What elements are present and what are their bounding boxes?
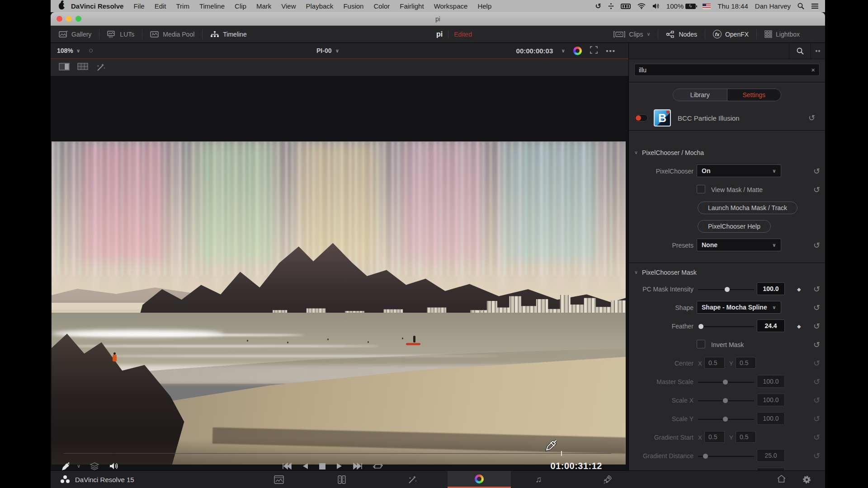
minimize-window-button[interactable]: [66, 16, 72, 22]
menubar-item-app[interactable]: DaVinci Resolve: [71, 2, 123, 10]
menubar-item-fairlight[interactable]: Fairlight: [400, 2, 424, 10]
spotlight-search-icon[interactable]: [797, 3, 804, 9]
reset-icon[interactable]: ↺: [813, 341, 820, 349]
reset-icon[interactable]: ↺: [813, 359, 820, 367]
reset-icon[interactable]: ↺: [813, 378, 820, 386]
reset-icon[interactable]: ↺: [813, 167, 820, 175]
clear-search-icon[interactable]: ×: [811, 66, 815, 74]
chevron-down-icon[interactable]: ∨: [77, 463, 80, 469]
reset-icon[interactable]: ↺: [813, 396, 820, 404]
gradient-distance-value[interactable]: 25.0: [757, 449, 785, 462]
audio-mute-icon[interactable]: [109, 462, 118, 470]
time-machine-icon[interactable]: ↺: [595, 2, 601, 10]
reset-icon[interactable]: ↺: [813, 304, 820, 312]
chevron-down-icon[interactable]: ∨: [335, 48, 339, 54]
page-color[interactable]: [448, 471, 511, 488]
loop-button[interactable]: [373, 463, 383, 470]
battery-indicator[interactable]: 100% ϟ: [666, 2, 696, 10]
page-media[interactable]: [264, 471, 293, 488]
master-scale-value[interactable]: 100.0: [757, 375, 785, 388]
page-fusion[interactable]: [397, 471, 426, 488]
settings-gear-icon[interactable]: [803, 476, 811, 483]
menubar-item-playback[interactable]: Playback: [306, 2, 334, 10]
lightbox-button[interactable]: Lightbox: [764, 30, 800, 38]
stop-button[interactable]: [319, 463, 326, 469]
layers-icon[interactable]: [90, 462, 99, 470]
center-y-value[interactable]: 0.5: [736, 357, 756, 369]
menubar-clock[interactable]: Thu 18:44: [717, 2, 748, 10]
split-compare-icon[interactable]: [59, 62, 70, 73]
gradient-start-y-value[interactable]: 0.5: [736, 431, 756, 443]
fx-search-field[interactable]: ×: [634, 64, 820, 76]
viewer-canvas[interactable]: ∨ 01:00:31:12: [51, 77, 628, 470]
master-scale-slider[interactable]: [698, 382, 754, 383]
fx-search-input[interactable]: [639, 66, 811, 74]
launch-mocha-button[interactable]: Launch Mocha Mask / Track: [698, 202, 797, 214]
color-wheel-icon[interactable]: [573, 47, 582, 55]
keyframe-icon[interactable]: ◆: [797, 323, 801, 329]
clip-name[interactable]: PI-00: [316, 47, 331, 54]
media-pool-button[interactable]: Media Pool: [150, 31, 194, 38]
menubar-item-mark[interactable]: Mark: [256, 2, 271, 10]
keyboard-status-icon[interactable]: [621, 4, 631, 9]
timeline-button[interactable]: Timeline: [210, 31, 246, 38]
keyframe-icon[interactable]: ◆: [797, 286, 801, 292]
nodes-button[interactable]: Nodes: [666, 31, 697, 38]
gradient-distance-slider[interactable]: [698, 456, 754, 457]
view-mask-checkbox[interactable]: [697, 185, 705, 193]
grid-view-icon[interactable]: [77, 63, 89, 72]
input-language-flag-icon[interactable]: [703, 4, 711, 9]
menubar-item-workspace[interactable]: Workspace: [434, 2, 468, 10]
menubar-item-clip[interactable]: Clip: [235, 2, 246, 10]
tab-library[interactable]: Library: [673, 89, 727, 101]
gallery-button[interactable]: Gallery: [59, 31, 91, 38]
presets-dropdown[interactable]: None ∨: [697, 239, 781, 251]
reset-icon[interactable]: ↺: [813, 186, 820, 194]
shape-dropdown[interactable]: Shape - Mocha Spline ∨: [697, 301, 781, 314]
intensity-value[interactable]: 100.0: [757, 282, 785, 295]
luts-button[interactable]: LUTs: [107, 31, 134, 38]
section-pixelchooser-mask[interactable]: ∨ PixelChooser Mask: [634, 268, 825, 276]
play-reverse-button[interactable]: [302, 463, 308, 469]
menubar-item-timeline[interactable]: Timeline: [199, 2, 225, 10]
menubar-item-trim[interactable]: Trim: [176, 2, 189, 10]
status-dots-icon[interactable]: [610, 5, 612, 7]
scale-x-value[interactable]: 100.0: [757, 394, 785, 406]
panel-search-button[interactable]: [789, 43, 811, 59]
chevron-down-icon[interactable]: ∨: [561, 48, 565, 54]
page-deliver[interactable]: [593, 471, 622, 488]
reset-icon[interactable]: ↺: [813, 322, 820, 330]
center-x-value[interactable]: 0.5: [704, 357, 725, 369]
expand-viewer-icon[interactable]: [590, 46, 598, 55]
zoom-window-button[interactable]: [75, 16, 81, 22]
feather-slider[interactable]: [698, 326, 754, 327]
menubar-item-view[interactable]: View: [281, 2, 296, 10]
pixelchooser-help-button[interactable]: PixelChooser Help: [698, 220, 771, 233]
play-button[interactable]: [336, 463, 342, 469]
plugin-enable-toggle[interactable]: [634, 114, 648, 122]
openfx-button[interactable]: fx OpenFX: [713, 30, 749, 38]
panel-options-icon[interactable]: ••: [811, 43, 825, 59]
reset-icon[interactable]: ↺: [813, 433, 820, 441]
go-to-start-button[interactable]: [283, 463, 292, 469]
plugin-reset-icon[interactable]: ↺: [808, 114, 815, 122]
section-pixelchooser-mocha[interactable]: ∨ PixelChooser / Mocha: [634, 149, 825, 156]
eyedropper-tool-button[interactable]: [61, 462, 71, 471]
magic-wand-icon[interactable]: [96, 62, 106, 73]
scale-y-slider[interactable]: [698, 419, 754, 420]
menubar-user[interactable]: Dan Harvey: [755, 2, 791, 10]
intensity-slider[interactable]: [698, 289, 754, 290]
viewer-scrubber[interactable]: [63, 451, 611, 455]
menubar-item-color[interactable]: Color: [373, 2, 390, 10]
reset-icon[interactable]: ↺: [813, 452, 820, 460]
scale-y-value[interactable]: 100.0: [757, 412, 785, 425]
volume-icon[interactable]: [652, 3, 660, 9]
menubar-item-fusion[interactable]: Fusion: [343, 2, 363, 10]
scrubber-playhead[interactable]: [561, 451, 562, 456]
menubar-item-help[interactable]: Help: [477, 2, 491, 10]
reset-icon[interactable]: ↺: [813, 415, 820, 423]
page-fairlight[interactable]: ♫: [524, 471, 553, 488]
clips-button[interactable]: Clips ∨: [613, 31, 650, 38]
notification-center-icon[interactable]: [811, 3, 819, 9]
chevron-down-icon[interactable]: ∨: [76, 48, 80, 54]
